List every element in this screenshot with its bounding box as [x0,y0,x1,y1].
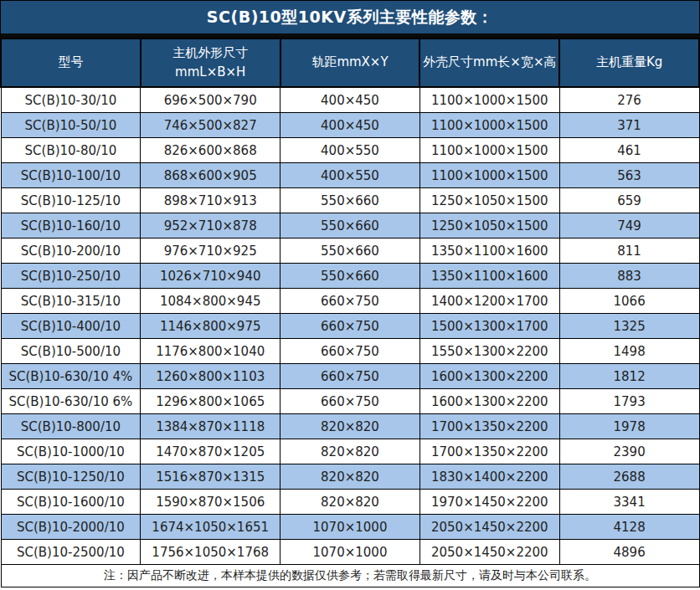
header-label: 外壳尺寸mm长×宽×高 [420,53,558,72]
table-cell: 550×660 [281,188,420,213]
table-cell: 2688 [559,464,699,490]
table-cell: 820×820 [281,439,420,464]
table-cell: 1250×1050×1500 [419,213,559,239]
table-cell: SC(B)10-315/10 [1,289,141,314]
table-cell: 2050×1450×2200 [419,540,559,565]
table-cell: 898×710×913 [141,188,281,213]
table-cell: 1700×1350×2200 [419,414,559,439]
table-cell: SC(B)10-1600/10 [1,490,141,515]
table-cell: 660×750 [281,289,420,314]
table-cell: SC(B)10-800/10 [1,414,141,439]
table-cell: SC(B)10-80/10 [1,138,141,163]
table-cell: SC(B)10-2500/10 [1,540,141,565]
table-row: SC(B)10-160/10952×710×878550×6601250×105… [1,213,699,239]
table-cell: 550×660 [281,239,420,264]
table-cell: SC(B)10-50/10 [1,113,141,138]
table-cell: SC(B)10-500/10 [1,339,141,364]
table-row: SC(B)10-50/10746×500×827400×4501100×1000… [1,113,699,138]
table-cell: 1066 [559,289,699,314]
table-cell: 4896 [559,540,699,565]
table-row: SC(B)10-1600/101590×870×1506820×8201970×… [1,490,699,515]
header-cell-dimensions: 主机外形尺寸 mmL×B×H [141,38,281,87]
table-cell: 371 [559,113,699,138]
table-cell: 3341 [559,490,699,515]
table-cell: 2390 [559,439,699,464]
table-cell: 4128 [559,515,699,540]
header-label-line1: 主机外形尺寸 [142,44,280,63]
header-cell-rail: 轨距mmX×Y [281,38,420,87]
table-cell: 1812 [559,364,699,389]
table-row: SC(B)10-800/101384×870×1118820×8201700×1… [1,414,699,439]
table-row: SC(B)10-30/10696×500×790400×4501100×1000… [1,87,699,113]
table-cell: 400×450 [281,87,420,113]
table-row: SC(B)10-400/101146×800×975660×7501500×13… [1,314,699,339]
table-cell: 659 [559,188,699,213]
spec-table: 型号 主机外形尺寸 mmL×B×H 轨距mmX×Y 外壳尺寸mm长×宽×高 主机… [0,38,700,587]
table-cell: 826×600×868 [141,138,281,163]
table-cell: 1146×800×975 [141,314,281,339]
table-cell: 1970×1450×2200 [419,490,559,515]
footnote: 注：因产品不断改进，本样本提供的数据仅供参考；若需取得最新尺寸，请及时与本公司联… [1,565,699,587]
table-cell: 976×710×925 [141,239,281,264]
table-cell: SC(B)10-100/10 [1,163,141,188]
table-cell: 1500×1300×1700 [419,314,559,339]
table-cell: 749 [559,213,699,239]
table-cell: 883 [559,264,699,289]
table-row: SC(B)10-2500/101756×1050×17681070×100020… [1,540,699,565]
table-row: SC(B)10-2000/101674×1050×16511070×100020… [1,515,699,540]
header-label-line2: mmL×B×H [142,63,280,82]
table-cell: 1100×1000×1500 [419,87,559,113]
table-cell: 1084×800×945 [141,289,281,314]
table-cell: 1674×1050×1651 [141,515,281,540]
table-cell: SC(B)10-1250/10 [1,464,141,490]
table-cell: 868×600×905 [141,163,281,188]
table-row: SC(B)10-125/10898×710×913550×6601250×105… [1,188,699,213]
table-cell: SC(B)10-400/10 [1,314,141,339]
table-row: SC(B)10-1250/101516×870×1315820×8201830×… [1,464,699,490]
table-cell: 1400×1200×1700 [419,289,559,314]
table-cell: 660×750 [281,364,420,389]
table-cell: SC(B)10-630/10 4% [1,364,141,389]
table-cell: 400×550 [281,163,420,188]
table-cell: 1350×1100×1600 [419,264,559,289]
table-cell: 1100×1000×1500 [419,113,559,138]
table-cell: 1793 [559,389,699,414]
table-cell: SC(B)10-200/10 [1,239,141,264]
table-cell: 1070×1000 [281,515,420,540]
table-cell: 660×750 [281,389,420,414]
table-cell: SC(B)10-1000/10 [1,439,141,464]
table-cell: 1498 [559,339,699,364]
table-row: SC(B)10-1000/101470×870×1205820×8201700×… [1,439,699,464]
table-cell: 461 [559,138,699,163]
table-cell: 1350×1100×1600 [419,239,559,264]
table-cell: 1700×1350×2200 [419,439,559,464]
table-cell: 276 [559,87,699,113]
table-cell: SC(B)10-250/10 [1,264,141,289]
table-cell: 550×660 [281,264,420,289]
table-cell: 2050×1450×2200 [419,515,559,540]
table-row: SC(B)10-100/10868×600×905400×5501100×100… [1,163,699,188]
table-cell: 746×500×827 [141,113,281,138]
table-row: SC(B)10-630/10 6%1296×800×1065660×750160… [1,389,699,414]
table-cell: 1325 [559,314,699,339]
table-cell: 1176×800×1040 [141,339,281,364]
table-cell: 1260×800×1103 [141,364,281,389]
table-cell: 1384×870×1118 [141,414,281,439]
table-cell: 563 [559,163,699,188]
table-row: SC(B)10-250/101026×710×940550×6601350×11… [1,264,699,289]
header-cell-shell: 外壳尺寸mm长×宽×高 [419,38,559,87]
header-label: 主机重量Kg [560,53,698,72]
table-cell: 1830×1400×2200 [419,464,559,490]
spec-sheet-page: SC(B)10型10KV系列主要性能参数： 型号 主机外形尺寸 mmL×B×H … [0,0,700,590]
table-cell: 1100×1000×1500 [419,163,559,188]
header-label: 轨距mmX×Y [281,53,419,72]
table-cell: SC(B)10-630/10 6% [1,389,141,414]
table-cell: 952×710×878 [141,213,281,239]
table-cell: 400×550 [281,138,420,163]
note-row: 注：因产品不断改进，本样本提供的数据仅供参考；若需取得最新尺寸，请及时与本公司联… [1,565,699,587]
table-cell: 696×500×790 [141,87,281,113]
table-cell: 550×660 [281,213,420,239]
table-cell: 1600×1300×2200 [419,364,559,389]
table-cell: 660×750 [281,339,420,364]
table-cell: 1026×710×940 [141,264,281,289]
